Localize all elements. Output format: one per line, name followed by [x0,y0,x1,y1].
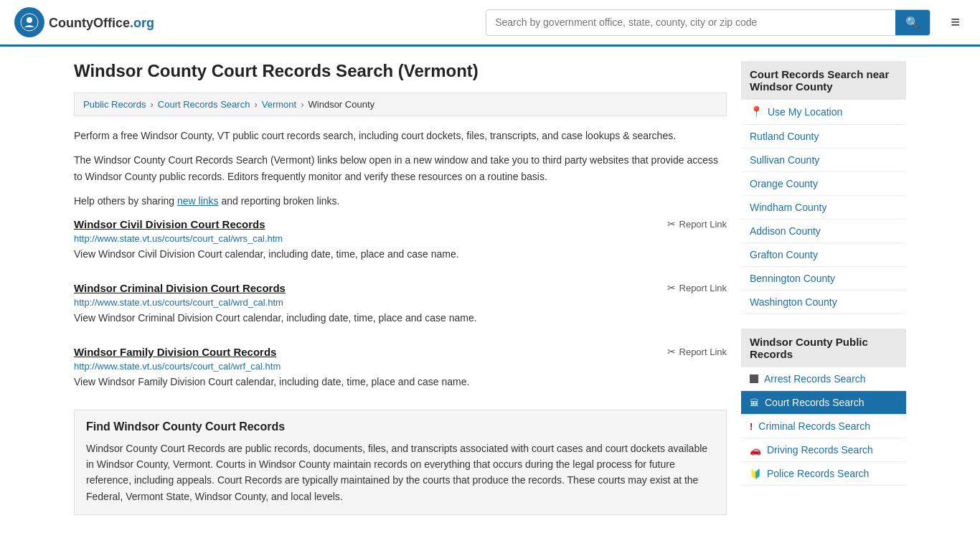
breadcrumb-vermont[interactable]: Vermont [262,99,296,110]
sullivan-county-link[interactable]: Sullivan County [750,154,819,166]
addison-county-link[interactable]: Addison County [750,225,821,237]
report-link-civil-label: Report Link [679,219,727,230]
record-criminal-url[interactable]: http://www.state.vt.us/courts/court_cal/… [74,297,727,308]
sidebar-item-court-records[interactable]: 🏛 Court Records Search [741,391,906,415]
sidebar-item-driving-records[interactable]: 🚗 Driving Records Search [741,438,906,462]
sidebar-item-sullivan[interactable]: Sullivan County [741,149,906,172]
report-link-family-button[interactable]: ✂ Report Link [667,346,727,357]
logo-icon [14,7,44,37]
logo[interactable]: CountyOffice.org [14,7,154,37]
description-3-pre: Help others by sharing [74,195,177,207]
court-records-icon: 🏛 [750,397,759,408]
breadcrumb-court-records[interactable]: Court Records Search [158,99,250,110]
find-title: Find Windsor County Court Records [86,420,715,433]
use-my-location-link[interactable]: Use My Location [768,106,842,118]
sidebar-public-records-section: Windsor County Public Records Arrest Rec… [741,329,906,486]
search-input[interactable] [486,11,895,34]
description-3-post: and reporting broken links. [219,195,340,207]
record-criminal-title[interactable]: Windsor Criminal Division Court Records [74,282,286,294]
arrest-records-icon [750,375,758,383]
description-3: Help others by sharing new links and rep… [74,193,727,209]
orange-county-link[interactable]: Orange County [750,178,818,189]
breadcrumb-sep-2: › [254,99,257,110]
driving-records-icon: 🚗 [750,445,761,456]
record-civil: Windsor Civil Division Court Records ✂ R… [74,218,727,265]
criminal-records-icon: ! [750,421,753,432]
sidebar-item-police-records[interactable]: 🔰 Police Records Search [741,462,906,486]
record-civil-desc: View Windsor Civil Division Court calend… [74,247,727,262]
description-1: Perform a free Windsor County, VT public… [74,128,727,143]
main-content: Windsor County Court Records Search (Ver… [74,61,727,515]
record-family-url[interactable]: http://www.state.vt.us/courts/court_cal/… [74,361,727,372]
windham-county-link[interactable]: Windham County [750,202,826,213]
sidebar-item-arrest-records[interactable]: Arrest Records Search [741,367,906,391]
sidebar: Court Records Search near Windsor County… [741,61,906,515]
description-2: The Windsor County Court Records Search … [74,152,727,184]
sidebar-public-records-header: Windsor County Public Records [741,329,906,367]
record-criminal: Windsor Criminal Division Court Records … [74,282,727,329]
breadcrumb-sep-1: › [150,99,153,110]
find-section: Find Windsor County Court Records Windso… [74,410,727,516]
report-link-criminal-label: Report Link [679,283,727,293]
court-records-link[interactable]: Court Records Search [765,397,864,408]
record-civil-url[interactable]: http://www.state.vt.us/courts/court_cal/… [74,233,727,244]
report-link-criminal-button[interactable]: ✂ Report Link [667,282,727,293]
sidebar-item-addison[interactable]: Addison County [741,220,906,243]
page-title: Windsor County Court Records Search (Ver… [74,61,727,81]
sidebar-item-grafton[interactable]: Grafton County [741,243,906,267]
washington-county-link[interactable]: Washington County [750,296,837,308]
criminal-records-link[interactable]: Criminal Records Search [758,420,870,432]
sidebar-item-criminal-records[interactable]: ! Criminal Records Search [741,415,906,438]
rutland-county-link[interactable]: Rutland County [750,131,819,142]
record-family: Windsor Family Division Court Records ✂ … [74,346,727,392]
header: CountyOffice.org 🔍 ≡ [0,0,980,47]
breadcrumb: Public Records › Court Records Search › … [74,93,727,116]
logo-text: CountyOffice.org [49,14,154,31]
content-wrapper: Windsor County Court Records Search (Ver… [60,47,920,529]
sidebar-item-orange[interactable]: Orange County [741,172,906,196]
sidebar-item-bennington[interactable]: Bennington County [741,267,906,291]
new-links-link[interactable]: new links [177,195,219,207]
use-my-location[interactable]: 📍 Use My Location [741,100,906,125]
search-bar: 🔍 [486,9,930,36]
police-records-link[interactable]: Police Records Search [767,468,869,479]
driving-records-link[interactable]: Driving Records Search [767,444,873,456]
breadcrumb-public-records[interactable]: Public Records [83,99,146,110]
record-criminal-desc: View Windsor Criminal Division Court cal… [74,311,727,326]
sidebar-nearby-header: Court Records Search near Windsor County [741,61,906,100]
search-button[interactable]: 🔍 [895,10,930,35]
record-family-title[interactable]: Windsor Family Division Court Records [74,346,276,358]
record-civil-title-row: Windsor Civil Division Court Records ✂ R… [74,218,727,230]
arrest-records-link[interactable]: Arrest Records Search [764,373,866,385]
report-icon-criminal: ✂ [667,282,676,293]
sidebar-item-washington[interactable]: Washington County [741,291,906,314]
record-family-desc: View Windsor Family Division Court calen… [74,375,727,390]
svg-point-1 [27,17,32,23]
report-icon-civil: ✂ [667,218,676,230]
breadcrumb-sep-3: › [301,99,303,110]
record-family-title-row: Windsor Family Division Court Records ✂ … [74,346,727,358]
report-link-family-label: Report Link [679,347,727,357]
record-civil-title[interactable]: Windsor Civil Division Court Records [74,218,265,230]
find-text: Windsor County Court Records are public … [86,441,715,505]
bennington-county-link[interactable]: Bennington County [750,273,835,284]
report-link-civil-button[interactable]: ✂ Report Link [667,218,727,230]
record-criminal-title-row: Windsor Criminal Division Court Records … [74,282,727,294]
breadcrumb-windsor-county: Windsor County [308,99,374,110]
location-pin-icon: 📍 [750,105,763,118]
grafton-county-link[interactable]: Grafton County [750,249,818,260]
menu-button[interactable]: ≡ [945,11,966,33]
police-records-icon: 🔰 [750,468,761,479]
report-icon-family: ✂ [667,346,676,357]
sidebar-item-rutland[interactable]: Rutland County [741,125,906,149]
sidebar-nearby-section: Court Records Search near Windsor County… [741,61,906,314]
sidebar-item-windham[interactable]: Windham County [741,196,906,220]
